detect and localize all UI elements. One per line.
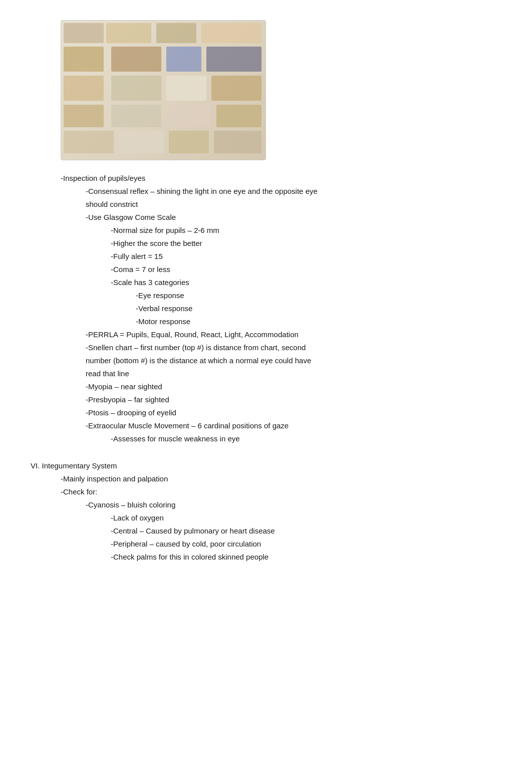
scale-categories: -Scale has 3 categories [111, 277, 501, 289]
central: -Central – Caused by pulmonary or heart … [111, 525, 501, 537]
presbyopia: -Presbyopia – far sighted [86, 394, 501, 406]
mainly: -Mainly inspection and palpation [61, 473, 501, 485]
myopia: -Myopia – near sighted [86, 381, 501, 393]
pupils-image [61, 20, 266, 160]
consensual-line1: -Consensual reflex – shining the light i… [86, 185, 501, 197]
peripheral: -Peripheral – caused by cold, poor circu… [111, 538, 501, 550]
eye-response: -Eye response [136, 290, 501, 302]
assesses: -Assesses for muscle weakness in eye [111, 433, 501, 445]
cyanosis-label: -Cyanosis – bluish coloring [86, 499, 501, 511]
snellen-line2: number (bottom #) is the distance at whi… [86, 355, 501, 367]
image-container [61, 20, 501, 160]
verbal-response: -Verbal response [136, 303, 501, 315]
integumentary-header: VI. Integumentary System [31, 460, 501, 472]
higher-score: -Higher the score the better [111, 237, 501, 249]
inspection-label: -Inspection of pupils/eyes [61, 172, 501, 184]
ptosis: -Ptosis – drooping of eyelid [86, 407, 501, 419]
snellen-line3: read that line [86, 368, 501, 380]
check-for: -Check for: [61, 486, 501, 498]
lack-oxygen: -Lack of oxygen [111, 512, 501, 524]
page-content: -Inspection of pupils/eyes -Consensual r… [31, 20, 501, 563]
extraocular: -Extraocular Muscle Movement – 6 cardina… [86, 420, 501, 432]
glasgow-label: -Use Glasgow Come Scale [86, 211, 501, 223]
normal-size: -Normal size for pupils – 2-6 mm [111, 224, 501, 236]
perrla: -PERRLA = Pupils, Equal, Round, React, L… [86, 329, 501, 341]
snellen-line1: -Snellen chart – first number (top #) is… [86, 342, 501, 354]
check-palms: -Check palms for this in colored skinned… [111, 551, 501, 563]
motor-response: -Motor response [136, 316, 501, 328]
fully-alert: -Fully alert = 15 [111, 250, 501, 263]
coma: -Coma = 7 or less [111, 264, 501, 276]
consensual-line2: should constrict [86, 198, 501, 210]
